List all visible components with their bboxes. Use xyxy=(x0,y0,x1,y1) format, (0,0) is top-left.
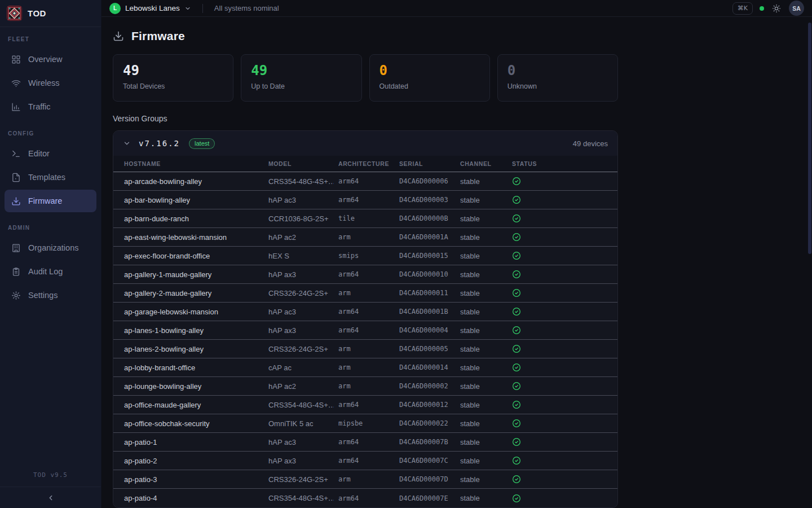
status-ok-icon xyxy=(512,177,521,186)
sidebar-item-audit-log[interactable]: Audit Log xyxy=(5,260,96,283)
vertical-scrollbar[interactable] xyxy=(808,23,811,254)
device-model: hAP ac2 xyxy=(268,233,334,242)
device-architecture: arm64 xyxy=(338,308,399,316)
sidebar-item-label: Overview xyxy=(28,55,62,64)
command-palette-shortcut[interactable]: ⌘K xyxy=(732,2,753,15)
status-ok-icon xyxy=(512,419,521,428)
table-row: ap-barn-dude-ranchCCR1036-8G-2S+tileD4CA… xyxy=(113,209,617,228)
table-row: ap-lanes-1-bowling-alleyhAP ax3arm64D4CA… xyxy=(113,321,617,340)
device-status xyxy=(512,437,617,446)
device-model: hAP ax3 xyxy=(268,326,334,335)
org-switcher[interactable]: L Lebowski Lanes xyxy=(109,3,191,14)
device-status xyxy=(512,326,617,335)
stat-label: Outdated xyxy=(379,82,480,90)
device-hostname: ap-bar-bowling-alley xyxy=(124,196,268,204)
stat-card-total-devices: 49Total Devices xyxy=(113,54,233,102)
device-status xyxy=(512,363,617,372)
status-ok-icon xyxy=(512,494,521,503)
sidebar-item-templates[interactable]: Templates xyxy=(5,166,96,189)
sidebar-collapse-button[interactable] xyxy=(0,487,101,508)
device-serial: D4CA6D00007B xyxy=(399,438,460,446)
device-serial: D4CA6D000006 xyxy=(399,177,460,185)
device-channel: stable xyxy=(460,196,512,204)
main-area: L Lebowski Lanes All systems nominal ⌘K … xyxy=(102,0,812,508)
col-model: MODEL xyxy=(268,160,338,167)
device-architecture: arm xyxy=(338,364,399,371)
org-avatar: L xyxy=(109,3,121,14)
sidebar-section-label: FLEET xyxy=(0,36,101,42)
theme-toggle-button[interactable] xyxy=(772,4,781,13)
device-architecture: arm xyxy=(338,382,399,390)
device-serial: D4CA6D00001A xyxy=(399,233,460,241)
status-ok-icon xyxy=(512,326,521,335)
clipboard-icon xyxy=(11,267,21,277)
stat-value: 49 xyxy=(123,63,223,78)
status-ok-icon xyxy=(512,251,521,260)
sidebar-item-firmware[interactable]: Firmware xyxy=(5,190,96,212)
file-icon xyxy=(11,173,21,182)
device-status xyxy=(512,251,617,260)
device-serial: D4CA6D000022 xyxy=(399,419,460,427)
device-architecture: arm xyxy=(338,233,399,241)
device-hostname: ap-east-wing-lebowski-mansion xyxy=(124,233,268,242)
device-hostname: ap-patio-1 xyxy=(124,438,268,446)
device-channel: stable xyxy=(460,382,512,391)
device-model: CCR1036-8G-2S+ xyxy=(268,214,334,223)
sidebar-item-label: Settings xyxy=(28,291,58,300)
device-serial: D4CA6D00007C xyxy=(399,457,460,465)
device-hostname: ap-lanes-2-bowling-alley xyxy=(124,345,268,353)
sidebar-item-settings[interactable]: Settings xyxy=(5,284,96,306)
device-channel: stable xyxy=(460,345,512,353)
device-hostname: ap-gallery-1-maude-gallery xyxy=(124,270,268,279)
device-channel: stable xyxy=(460,438,512,446)
sidebar-item-wireless[interactable]: Wireless xyxy=(5,72,96,94)
device-serial: D4CA6D00007E xyxy=(399,494,460,502)
sidebar-section-label: ADMIN xyxy=(0,225,101,231)
table-row: ap-lanes-2-bowling-alleyCRS326-24G-2S+ar… xyxy=(113,340,617,358)
status-ok-icon xyxy=(512,307,521,316)
user-avatar[interactable]: SA xyxy=(789,1,804,16)
device-channel: stable xyxy=(460,401,512,409)
device-channel: stable xyxy=(460,177,512,186)
device-hostname: ap-patio-2 xyxy=(124,457,268,465)
device-architecture: arm64 xyxy=(338,401,399,409)
device-architecture: mipsbe xyxy=(338,419,399,427)
device-count: 49 devices xyxy=(573,139,608,148)
device-architecture: arm64 xyxy=(338,494,399,502)
sidebar-item-overview[interactable]: Overview xyxy=(5,48,96,71)
device-model: OmniTIK 5 ac xyxy=(268,419,334,428)
device-hostname: ap-garage-lebowski-mansion xyxy=(124,308,268,316)
sidebar-section-label: CONFIG xyxy=(0,130,101,137)
stat-card-unknown: 0Unknown xyxy=(497,54,618,102)
sidebar-item-label: Audit Log xyxy=(28,267,63,276)
device-hostname: ap-exec-floor-brandt-office xyxy=(124,252,268,260)
status-ok-icon xyxy=(512,400,521,409)
device-serial: D4CA6D00000B xyxy=(399,214,460,222)
device-table-body: ap-arcade-bowling-alleyCRS354-48G-4S+…ar… xyxy=(113,172,617,507)
status-ok-icon xyxy=(512,270,521,279)
device-architecture: arm xyxy=(338,345,399,353)
device-architecture: tile xyxy=(338,214,399,222)
device-channel: stable xyxy=(460,419,512,428)
device-model: hAP ac2 xyxy=(268,382,334,391)
rug-logo-icon xyxy=(7,6,22,21)
system-status-text: All systems nominal xyxy=(214,4,279,12)
status-ok-icon xyxy=(512,344,521,353)
sidebar-item-traffic[interactable]: Traffic xyxy=(5,95,96,118)
status-ok-icon xyxy=(512,195,521,204)
device-channel: stable xyxy=(460,326,512,335)
status-ok-icon xyxy=(512,214,521,223)
sidebar-item-organizations[interactable]: Organizations xyxy=(5,237,96,259)
device-architecture: arm64 xyxy=(338,326,399,334)
sidebar-section: ADMINOrganizationsAudit LogSettings xyxy=(0,225,101,306)
device-model: CRS354-48G-4S+… xyxy=(268,494,334,502)
version-group-header[interactable]: v7.16.2 latest 49 devices xyxy=(113,131,617,156)
table-row: ap-lounge-bowling-alleyhAP ac2armD4CA6D0… xyxy=(113,377,617,396)
stat-label: Unknown xyxy=(508,82,608,90)
sidebar-item-editor[interactable]: Editor xyxy=(5,142,96,165)
device-channel: stable xyxy=(460,270,512,279)
device-serial: D4CA6D000004 xyxy=(399,326,460,334)
device-status xyxy=(512,344,617,353)
device-channel: stable xyxy=(460,233,512,242)
device-status xyxy=(512,214,617,223)
